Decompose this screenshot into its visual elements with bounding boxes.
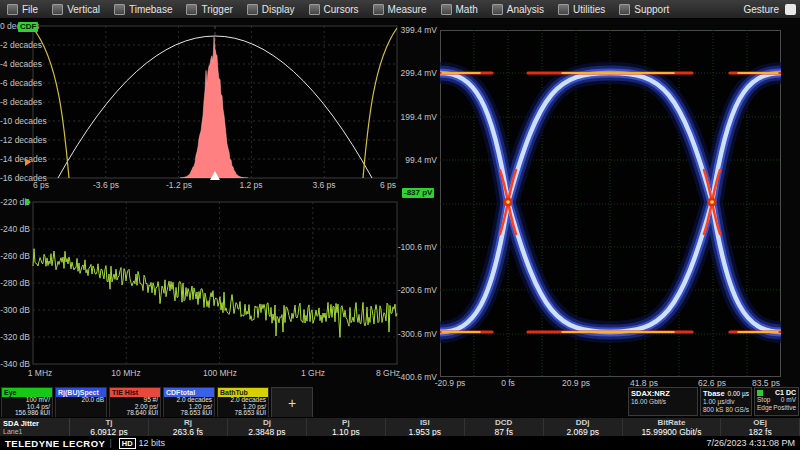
timebase-delay: 0.00 µs [728,390,749,397]
hist-y-label: -6 decades [0,78,30,88]
descriptor-rj-spect[interactable]: Rj(BU)Spect 20.0 dB [55,387,107,418]
support-icon [619,4,630,15]
menu-cursors[interactable]: Cursors [302,0,366,18]
hist-y-label: -10 decades [0,116,30,126]
hist-y-label: -16 decades [0,173,30,183]
trigger-source-icon [757,390,763,396]
tie-marker-icon [25,158,31,166]
timebase-rate: 80 GS/s [726,406,749,414]
measurement-dj: Dj2.3848 ps [228,418,307,437]
menu-timebase[interactable]: Timebase [107,0,180,18]
menu-analysis[interactable]: Analysis [485,0,551,18]
bit-depth-label: 12 bits [139,438,166,448]
trigger-source: C1 DC [775,389,796,396]
menu-vertical[interactable]: Vertical [45,0,107,18]
analysis-icon [492,4,503,15]
menu-trigger[interactable]: Trigger [179,0,239,18]
trigger-type: Edge [757,404,772,412]
measurement-pj: Pj1.10 ps [307,418,386,437]
measurement-oej: OEj182 fs [721,418,800,437]
eye-x-label: 0 fs [501,378,515,388]
measurement-rj: Rj263.6 fs [149,418,228,437]
descriptor-row: Eye 100 mV/ 10.4 ps/ 156.986 kUI Rj(BU)S… [1,387,313,418]
spec-y-label: -240 dB [0,224,30,234]
spec-x-label: 100 MHz [203,368,237,378]
spec-x-label: 10 MHz [111,368,140,378]
menu-measure[interactable]: Measure [366,0,434,18]
spec-y-label: -280 dB [0,278,30,288]
brand-logo: TELEDYNE LECROY [0,438,105,449]
menu-file[interactable]: File [0,0,45,18]
trigger-icon [186,4,197,15]
histogram-plot[interactable] [0,18,427,196]
status-bar: TELEDYNE LECROY | HD 12 bits 7/26/2023 4… [0,436,800,450]
sdax-box[interactable]: SDAX:NRZ 16.00 Gbit/s [628,387,698,416]
eye-y-label: -300.6 mV [387,329,437,339]
trigger-mode: Stop [757,396,770,404]
menu-math[interactable]: Math [434,0,485,18]
descriptor-tie-line3: 78.640 kUI [110,410,160,417]
sdax-bitrate: 16.00 Gbit/s [631,398,666,406]
eye-diagram-plot[interactable] [440,30,781,377]
jitter-table: SDA Jitter Lane1 Tj6.0912 ps Rj263.6 fs … [0,417,800,437]
menu-support-label: Support [634,4,669,15]
spec-y-label: -300 dB [0,305,30,315]
hist-y-label: -8 decades [0,97,30,107]
menu-display-label: Display [262,4,295,15]
hist-x-label: 6 ps [380,180,396,190]
descriptor-rj-line1: 20.0 dB [56,397,106,404]
menu-cursors-label: Cursors [324,4,359,15]
hist-x-label: 1.2 ps [239,180,262,190]
menu-bar: File Vertical Timebase Trigger Display C… [0,0,800,19]
hist-x-label: 3.6 ps [312,180,335,190]
eye-y-label: -100.6 mV [387,242,437,252]
descriptor-bathtub[interactable]: BathTub 2.0 decades 1.20 ps/ 78.653 kUI [217,387,269,418]
menu-timebase-label: Timebase [129,4,173,15]
hist-x-label: 6 ps [33,180,49,190]
measurement-dcd: DCD87 fs [465,418,544,437]
menu-file-label: File [22,4,38,15]
trigger-box[interactable]: C1 DC Stop0 mV EdgePositive [754,387,799,416]
add-trace-button[interactable]: + [271,387,313,418]
trigger-level: 0 mV [781,396,796,404]
menu-display[interactable]: Display [240,0,302,18]
menu-utilities-label: Utilities [573,4,605,15]
eye-y-label: -200.6 mV [387,285,437,295]
hd-badge: HD [119,438,136,449]
menu-utilities[interactable]: Utilities [551,0,612,18]
eye-y-label: 299.4 mV [387,68,437,78]
descriptor-bathtub-line3: 78.653 kUI [218,410,268,417]
menu-support[interactable]: Support [612,0,676,18]
display-icon [247,4,258,15]
hist-y-label: -4 decades [0,59,30,69]
datetime-label: 7/26/2023 4:31:08 PM [706,438,800,448]
eye-trace-badge: -837 pV [402,188,434,198]
gesture-label[interactable]: Gesture [743,4,779,15]
eye-x-label: -20.9 ps [435,378,466,388]
eye-y-label: 99.4 mV [387,155,437,165]
jitter-table-label: SDA Jitter Lane1 [0,418,70,437]
cdf-trace-badge: CDF [18,22,38,32]
gesture-icon[interactable] [785,4,796,15]
oscilloscope-screen: File Vertical Timebase Trigger Display C… [0,0,800,450]
spec-y-label: -260 dB [0,251,30,261]
eye-y-label: 399.4 mV [387,25,437,35]
spec-y-label: -320 dB [0,332,30,342]
descriptor-tie-hist[interactable]: TIE Hist 95 #/ 2.00 ps/ 78.640 kUI [109,387,161,418]
descriptor-cdf-line3: 78.653 kUI [164,410,214,417]
menu-analysis-label: Analysis [507,4,544,15]
spec-y-label: -340 dB [0,359,30,369]
spectrum-plot[interactable] [0,196,427,382]
timebase-box[interactable]: Tbase0.00 µs 1.00 µs/div 800 kS80 GS/s [700,387,752,416]
descriptor-eye[interactable]: Eye 100 mV/ 10.4 ps/ 156.986 kUI [1,387,53,418]
utilities-icon [558,4,569,15]
jitter-table-lane: Lane1 [3,428,69,436]
measurement-isi: ISI1.953 ps [386,418,465,437]
hist-y-label: -2 decades [0,40,30,50]
vertical-icon [52,4,63,15]
eye-y-label: 199.4 mV [387,112,437,122]
measurement-tj: Tj6.0912 ps [70,418,149,437]
hist-x-label: -1.2 ps [166,180,192,190]
descriptor-cdf[interactable]: CDFtotal 2.0 decades 1.20 ps/ 78.653 kUI [163,387,215,418]
menu-trigger-label: Trigger [201,4,232,15]
